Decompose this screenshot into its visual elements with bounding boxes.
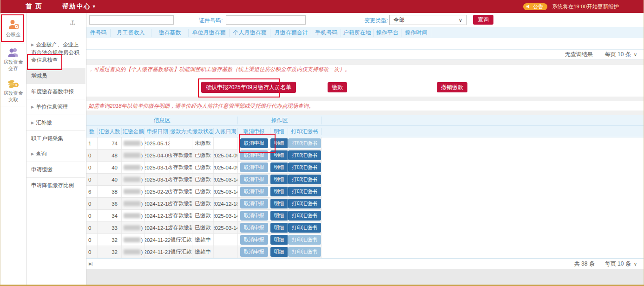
table-cell: 明细 bbox=[270, 198, 288, 209]
menu-item[interactable]: ▶单位信息管理 bbox=[26, 99, 85, 115]
print-remit-book-button[interactable]: 打印汇缴书 bbox=[288, 187, 321, 196]
detail-button[interactable]: 明细 bbox=[270, 162, 288, 172]
menu-item[interactable]: 职工户籍采集 bbox=[26, 130, 85, 146]
table-cell: 已缴款 bbox=[192, 174, 214, 185]
table-cell: 2025-04-09 bbox=[214, 162, 238, 173]
page-size-select-2[interactable]: 每页 10 条 ∨ bbox=[605, 260, 637, 268]
detail-button[interactable]: 明细 bbox=[270, 199, 288, 208]
table-cell: 取消申报 bbox=[238, 234, 270, 246]
expand-arrow-icon: ▶ bbox=[31, 121, 34, 125]
query-button[interactable]: 查询 bbox=[473, 15, 493, 25]
table-cell: ) bbox=[122, 137, 145, 149]
table-cell: 0 bbox=[86, 150, 98, 161]
remit-column-headers: 数汇缴人数汇缴金额申报日期缴款方式缴款状态入账日期取消申报明细打印汇缴书 bbox=[86, 126, 644, 137]
print-remit-book-button[interactable]: 打印汇缴书 bbox=[288, 162, 321, 172]
employee-column-header: 缴存基数 bbox=[151, 29, 189, 37]
table-cell: 明细 bbox=[270, 186, 288, 197]
note-band-1: ，可通过首页的【个人缴存基数修改】功能调整职工缴存基数（线上渠道住房公积金年度内… bbox=[86, 65, 644, 73]
table-cell: 36 bbox=[98, 198, 122, 209]
topbar-right-group: 公告 系统将在19:00开始更新维护 bbox=[523, 0, 619, 13]
anchor-icon[interactable]: ⚓ bbox=[70, 19, 76, 27]
table-cell: 0 bbox=[86, 174, 98, 185]
top-navbar: 首 页 帮助中心▼ 公告 系统将在19:00开始更新维护 bbox=[0, 0, 644, 13]
table-cell: 2024-11-21 bbox=[145, 246, 170, 258]
table-cell: 34 bbox=[98, 210, 122, 221]
table-row: 034)2024-12-13暂存款缴款已缴款2025-03-14取消申报明细打印… bbox=[86, 210, 322, 222]
menu-sidebar: ⚓ ▶企业破产、企业上市合法合规住房公积金信息核查增减员年度缴存基数申报▶单位信… bbox=[26, 13, 86, 285]
menu-item[interactable]: 增减员 bbox=[26, 68, 85, 84]
detail-button[interactable]: 明细 bbox=[270, 247, 288, 257]
detail-button[interactable]: 明细 bbox=[270, 187, 288, 196]
sidebar-item-gongjijin[interactable]: 公积金 bbox=[0, 13, 26, 44]
cancel-pay-button[interactable]: 撤销缴款 bbox=[437, 82, 467, 92]
menu-list: ▶企业破产、企业上市合法合规住房公积金信息核查增减员年度缴存基数申报▶单位信息管… bbox=[26, 37, 85, 193]
table-cell: 暂存款缴款 bbox=[170, 150, 192, 161]
table-row: 033)2024-12-12暂存款缴款已缴款2025-03-14取消申报明细打印… bbox=[86, 222, 322, 234]
expand-arrow-icon: ▶ bbox=[31, 152, 34, 156]
remit-column-header: 缴款状态 bbox=[192, 128, 214, 135]
nav-help-center[interactable]: 帮助中心▼ bbox=[62, 2, 96, 11]
table-cell: 2025-04-09 bbox=[214, 150, 238, 161]
print-remit-book-button[interactable]: 打印汇缴书 bbox=[288, 150, 321, 160]
person-edit-icon bbox=[7, 19, 20, 30]
menu-item[interactable]: 申请缓缴 bbox=[26, 162, 85, 177]
maintenance-notice-link[interactable]: 系统将在19:00开始更新维护 bbox=[552, 3, 619, 10]
table-cell: 1 bbox=[86, 137, 98, 149]
sidebar-item-fanggai-jiaocun[interactable]: 房改资金交存 bbox=[0, 44, 26, 75]
table-cell: 已缴款 bbox=[192, 150, 214, 161]
menu-item-label: 企业破产、企业上市合法合规住房公积金信息核查 bbox=[31, 42, 79, 63]
page-size-select[interactable]: 每页 10 条 ∨ bbox=[605, 51, 637, 58]
table-cell: 32 bbox=[98, 246, 122, 258]
table-cell: 2024-12-18 bbox=[214, 198, 238, 209]
table-cell: ) bbox=[122, 174, 145, 185]
print-remit-book-button[interactable]: 打印汇缴书 bbox=[288, 199, 321, 208]
detail-button[interactable]: 明细 bbox=[270, 235, 288, 245]
employee-column-header: 户籍所在地 bbox=[341, 29, 374, 37]
table-cell: 2025-02-20 bbox=[145, 186, 170, 197]
cancel-declare-button[interactable]: 取消申报 bbox=[240, 138, 268, 148]
remit-column-header: 申报日期 bbox=[145, 128, 170, 135]
cancel-declare-button: 取消申报 bbox=[240, 150, 268, 160]
table-row: 048)2025-04-09暂存款缴款已缴款2025-04-09取消申报明细打印… bbox=[86, 150, 322, 162]
table-cell: 打印汇缴书 bbox=[288, 198, 322, 209]
menu-item[interactable]: ▶查询 bbox=[26, 146, 85, 162]
menu-item[interactable]: ▶汇补缴 bbox=[26, 115, 85, 130]
table-cell: 0 bbox=[86, 234, 98, 246]
svg-text:¥: ¥ bbox=[15, 84, 17, 87]
detail-button[interactable]: 明细 bbox=[270, 223, 288, 233]
pay-button[interactable]: 缴款 bbox=[328, 82, 347, 92]
detail-button[interactable]: 明细 bbox=[270, 211, 288, 221]
detail-button[interactable]: 明细 bbox=[270, 150, 288, 160]
table-cell: ) bbox=[122, 234, 145, 246]
history-query-note: 如需查询2018年以前单位缴存明细，请单位经办人前往任意管理部或受托银行代办点现… bbox=[86, 103, 314, 110]
cert-number-input[interactable] bbox=[226, 15, 306, 25]
confirm-declare-button[interactable]: 确认申报2025年09月缴存人员名单 bbox=[201, 82, 296, 93]
menu-item[interactable]: ▶企业破产、企业上市合法合规住房公积金信息核查 bbox=[26, 37, 85, 68]
table-cell: 缴款中 bbox=[192, 246, 214, 258]
note-band-2: 如需查询2018年以前单位缴存明细，请单位经办人前往任意管理部或受托银行代办点现… bbox=[86, 101, 644, 110]
menu-item[interactable]: 年度缴存基数申报 bbox=[26, 84, 85, 99]
redacted-amount bbox=[124, 225, 140, 230]
group-ops-header: 操作区 bbox=[238, 117, 322, 124]
print-remit-book-button[interactable]: 打印汇缴书 bbox=[288, 211, 321, 221]
table-cell: 74 bbox=[98, 137, 122, 149]
table-cell: 48 bbox=[98, 150, 122, 161]
detail-button[interactable]: 明细 bbox=[270, 138, 288, 148]
table-cell: 暂存款缴款 bbox=[170, 162, 192, 173]
change-type-select[interactable]: 全部 ∨ bbox=[389, 15, 467, 25]
print-remit-book-button[interactable]: 打印汇缴书 bbox=[288, 223, 321, 233]
table-cell: ) bbox=[122, 162, 145, 173]
table-cell: 2025-04-09 bbox=[145, 150, 170, 161]
print-remit-book-button: 打印汇缴书 bbox=[288, 235, 321, 245]
nav-home[interactable]: 首 页 bbox=[26, 2, 43, 11]
page-edge-left bbox=[0, 0, 0, 286]
scroll-end-icon[interactable]: ▶| bbox=[89, 261, 92, 266]
sidebar-item-fanggai-zhiqu[interactable]: ¥ 房改资金支取 bbox=[0, 75, 26, 106]
menu-item[interactable]: 申请降低缴存比例 bbox=[26, 177, 85, 193]
detail-button[interactable]: 明细 bbox=[270, 175, 288, 184]
chevron-down-icon: ∨ bbox=[459, 17, 462, 23]
table-cell: 38 bbox=[98, 186, 122, 197]
print-remit-book-button[interactable]: 打印汇缴书 bbox=[288, 175, 321, 184]
remit-column-header: 缴款方式 bbox=[170, 128, 192, 135]
filter-input-1[interactable] bbox=[89, 15, 174, 25]
